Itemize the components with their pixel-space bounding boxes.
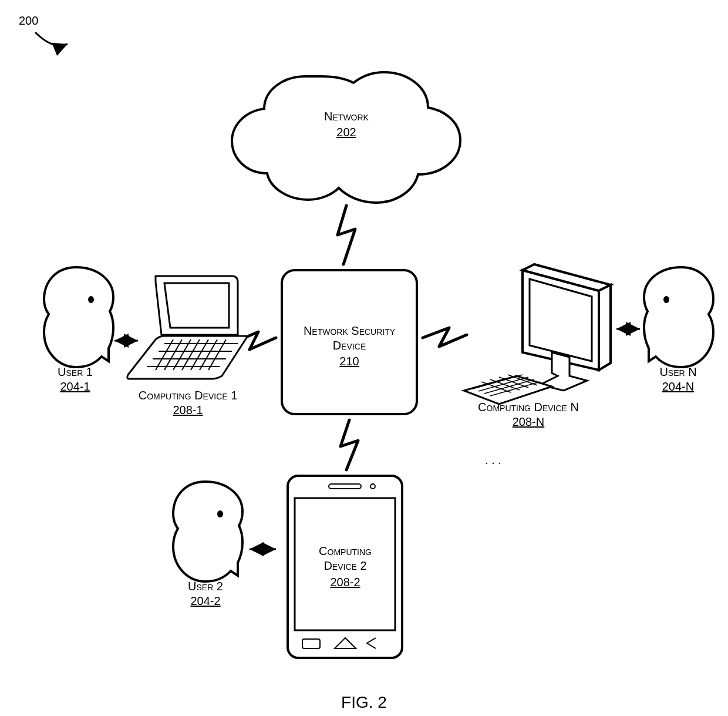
device1-ref: 208-1 <box>173 404 203 416</box>
userN-icon <box>644 267 713 367</box>
center-ref: 210 <box>339 355 359 368</box>
user1-icon <box>44 267 113 367</box>
figure-caption: FIG. 2 <box>341 693 387 711</box>
cloud-ref: 202 <box>336 126 356 139</box>
desktop-icon <box>464 264 611 404</box>
svg-point-1 <box>88 296 94 303</box>
center-label1: Network Security <box>304 324 396 337</box>
device1-label: Computing Device 1 <box>139 389 238 402</box>
userN-label: User N <box>659 365 696 378</box>
deviceN-ref: 208-N <box>513 415 544 428</box>
network-cloud: Network 202 <box>232 72 460 203</box>
user2-ref: 204-2 <box>190 594 220 607</box>
lightning-top <box>338 206 355 264</box>
device2-label2: Device 2 <box>323 559 366 572</box>
device2-label1: Computing <box>319 544 372 557</box>
svg-point-22 <box>217 510 223 517</box>
device2-ref: 208-2 <box>330 576 360 589</box>
deviceN-label: Computing Device N <box>478 401 579 414</box>
network-security-device: Network Security Device 210 <box>282 270 417 414</box>
figure-ref: 200 <box>19 14 68 46</box>
figure-ref-text: 200 <box>19 14 38 27</box>
center-label2: Device <box>333 339 366 352</box>
lightning-bottom <box>341 420 358 470</box>
diagram-canvas: 200 Network 202 Network Security Device … <box>0 0 728 716</box>
user1-ref: 204-1 <box>60 380 90 393</box>
svg-point-21 <box>663 296 669 303</box>
user2-icon <box>173 482 242 581</box>
smartphone-icon: Computing Device 2 208-2 <box>288 476 402 658</box>
laptop-icon <box>127 276 247 379</box>
userN-ref: 204-N <box>662 380 694 393</box>
cloud-label: Network <box>324 110 369 123</box>
user2-label: User 2 <box>188 580 223 593</box>
ellipsis: . . . <box>485 453 501 466</box>
lightning-right <box>423 328 467 347</box>
user1-label: User 1 <box>58 365 93 378</box>
